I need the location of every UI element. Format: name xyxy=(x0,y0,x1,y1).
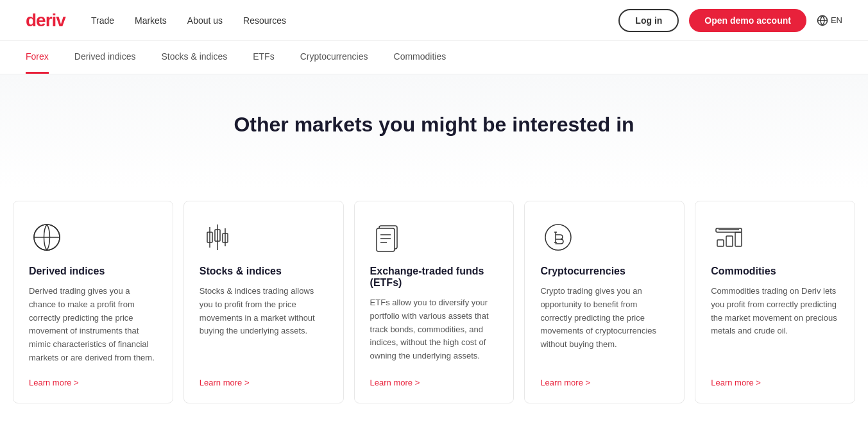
header-left: deriv Trade Markets About us Resources xyxy=(26,10,286,31)
card-commodities-link[interactable]: Learn more > xyxy=(711,378,839,387)
lang-label: EN xyxy=(831,15,842,25)
demo-account-button[interactable]: Open demo account xyxy=(689,9,806,32)
card-derived-desc: Derived trading gives you a chance to ma… xyxy=(29,285,157,365)
cards-section: Derived indices Derived trading gives yo… xyxy=(0,188,868,429)
card-etfs-title: Exchange-traded funds (ETFs) xyxy=(370,266,498,289)
nav-trade[interactable]: Trade xyxy=(91,15,114,26)
subnav-commodities[interactable]: Commodities xyxy=(394,41,447,74)
card-derived-link[interactable]: Learn more > xyxy=(29,378,157,387)
globe-icon xyxy=(31,222,62,253)
svg-rect-22 xyxy=(716,228,742,232)
card-etfs: Exchange-traded funds (ETFs) ETFs allow … xyxy=(354,201,515,403)
subnav: Forex Derived indices Stocks & indices E… xyxy=(0,41,868,74)
subnav-derived[interactable]: Derived indices xyxy=(74,41,136,74)
svg-point-16 xyxy=(545,224,571,250)
cards-container: Derived indices Derived trading gives yo… xyxy=(13,201,855,403)
card-derived-title: Derived indices xyxy=(29,266,157,277)
nav-markets[interactable]: Markets xyxy=(135,15,167,26)
subnav-stocks[interactable]: Stocks & indices xyxy=(162,41,228,74)
candlestick-icon xyxy=(202,222,233,253)
card-stocks-indices: Stocks & indices Stocks & indices tradin… xyxy=(183,201,344,403)
bars-icon xyxy=(713,222,744,253)
svg-rect-12 xyxy=(377,228,395,251)
subnav-crypto[interactable]: Cryptocurrencies xyxy=(300,41,368,74)
hero-section: Other markets you might be interested in xyxy=(0,74,868,188)
svg-rect-20 xyxy=(726,236,733,246)
card-cryptocurrencies: Cryptocurrencies Crypto trading gives yo… xyxy=(524,201,685,403)
globe-icon xyxy=(817,15,828,26)
card-derived-indices: Derived indices Derived trading gives yo… xyxy=(13,201,173,403)
login-button[interactable]: Log in xyxy=(618,9,679,32)
language-selector[interactable]: EN xyxy=(817,15,842,26)
nav-resources[interactable]: Resources xyxy=(243,15,286,26)
nav-about[interactable]: About us xyxy=(187,15,223,26)
bitcoin-icon xyxy=(543,222,574,253)
stocks-icon xyxy=(200,219,235,255)
card-commodities: Commodities Commodities trading on Deriv… xyxy=(695,201,855,403)
card-crypto-desc: Crypto trading gives you an opportunity … xyxy=(540,285,668,365)
card-etfs-link[interactable]: Learn more > xyxy=(370,378,498,387)
card-commodities-desc: Commodities trading on Deriv lets you pr… xyxy=(711,285,839,365)
subnav-etfs[interactable]: ETFs xyxy=(253,41,274,74)
card-stocks-desc: Stocks & indices trading allows you to p… xyxy=(200,285,328,365)
card-commodities-title: Commodities xyxy=(711,266,839,277)
card-crypto-title: Cryptocurrencies xyxy=(540,266,668,277)
etfs-icon xyxy=(370,219,406,255)
subnav-forex[interactable]: Forex xyxy=(26,41,49,74)
card-etfs-desc: ETFs allow you to diversify your portfol… xyxy=(370,296,498,365)
card-stocks-link[interactable]: Learn more > xyxy=(200,378,328,387)
card-stocks-title: Stocks & indices xyxy=(200,266,328,277)
header-right: Log in Open demo account EN xyxy=(618,9,842,32)
svg-rect-19 xyxy=(717,240,724,246)
derived-indices-icon xyxy=(29,219,65,255)
commodities-icon xyxy=(711,219,747,255)
main-nav: Trade Markets About us Resources xyxy=(91,15,286,26)
header: deriv Trade Markets About us Resources L… xyxy=(0,0,868,41)
hero-title: Other markets you might be interested in xyxy=(26,113,842,137)
svg-rect-21 xyxy=(735,232,742,246)
crypto-icon xyxy=(540,219,576,255)
card-crypto-link[interactable]: Learn more > xyxy=(540,378,668,387)
document-icon xyxy=(373,222,404,253)
brand-logo[interactable]: deriv xyxy=(26,10,65,31)
